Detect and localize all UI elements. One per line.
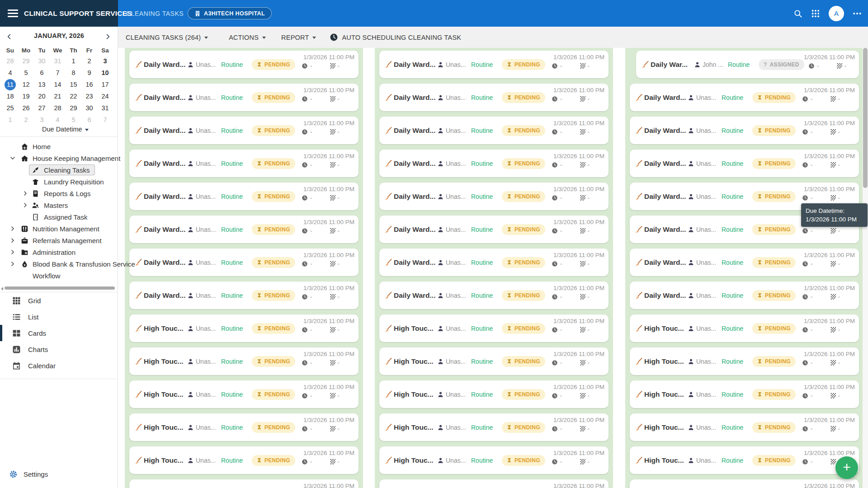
task-card[interactable]: Daily Ward...Unas...RoutinePENDING1/3/20…	[129, 216, 359, 243]
calendar-day[interactable]: 1	[66, 55, 81, 67]
calendar-day[interactable]: 6	[34, 67, 50, 79]
task-card[interactable]: High Touc...Unas...RoutinePENDING1/3/202…	[630, 314, 859, 342]
calendar-day[interactable]: 30	[34, 55, 50, 67]
calendar-day[interactable]: 9	[81, 67, 97, 79]
calendar-day[interactable]: 5	[18, 67, 34, 79]
task-card[interactable]: Daily Ward...Unas...RoutinePENDING1/3/20…	[379, 117, 609, 144]
sidebar-item-masters[interactable]: Masters	[0, 199, 118, 211]
calendar-day[interactable]: 31	[97, 102, 113, 114]
calendar-day[interactable]: 8	[66, 67, 81, 79]
calendar-day[interactable]: 31	[50, 55, 66, 67]
calendar-day[interactable]: 2	[18, 114, 34, 126]
calendar-day[interactable]: 7	[97, 114, 113, 126]
task-card[interactable]: Daily Ward...Unas...RoutinePENDING1/3/20…	[129, 249, 359, 276]
task-card[interactable]: Daily Ward...Unas...RoutinePENDING1/3/20…	[379, 51, 609, 78]
calendar-day[interactable]: 14	[50, 79, 66, 90]
chevron-right-icon[interactable]	[10, 249, 15, 255]
scroll-left-icon[interactable]	[1, 287, 3, 291]
horizontal-scrollbar-thumb[interactable]	[5, 286, 115, 290]
task-card[interactable]: High Touc...Unas...RoutinePENDING1/3/202…	[129, 479, 359, 488]
task-card[interactable]: High Touc...Unas...RoutinePENDING1/3/202…	[630, 479, 859, 488]
due-datetime-filter[interactable]: Due Datetime	[42, 126, 89, 133]
calendar-day[interactable]: 2	[81, 55, 97, 67]
task-card[interactable]: High Touc...Unas...RoutinePENDING1/3/202…	[129, 347, 359, 375]
view-item-cards[interactable]: Cards	[0, 325, 118, 341]
task-card[interactable]: Daily Ward...Unas...RoutinePENDING1/3/20…	[129, 183, 359, 210]
task-card[interactable]: Daily Ward...Unas...RoutinePENDING1/3/20…	[630, 84, 859, 111]
calendar-day[interactable]: 15	[66, 79, 81, 90]
hospital-badge[interactable]: A3HITECH HOSPITAL	[188, 7, 272, 19]
task-card[interactable]: Daily Ward...Unas...RoutinePENDING1/3/20…	[379, 216, 609, 243]
sidebar-item-assigned-task[interactable]: Assigned Task	[0, 211, 118, 223]
cleaning-tasks-dropdown[interactable]: CLEANING TASKS (264)	[126, 34, 208, 41]
task-card[interactable]: High Touc...Unas...RoutinePENDING1/3/202…	[379, 347, 609, 375]
auto-scheduling-button[interactable]: AUTO SCHEDULING CLEANING TASK	[342, 34, 461, 41]
calendar-day[interactable]: 24	[97, 90, 113, 102]
task-card[interactable]: Daily Ward...Unas...RoutinePENDING1/3/20…	[379, 84, 609, 111]
task-card[interactable]: Daily Ward...Unas...RoutinePENDING1/3/20…	[379, 183, 609, 210]
sidebar-item-laundry-requisition[interactable]: Laundry Requisition	[0, 176, 118, 188]
settings-button[interactable]: Settings	[0, 465, 118, 483]
chevron-right-icon[interactable]	[23, 202, 28, 208]
calendar-day[interactable]: 3	[97, 55, 113, 67]
calendar-day[interactable]: 25	[2, 102, 18, 114]
sidebar-item-workflow[interactable]: Workflow	[0, 270, 118, 282]
view-item-grid[interactable]: Grid	[0, 292, 118, 309]
sidebar-item-nutrition-management[interactable]: Nutrition Management	[0, 223, 118, 235]
task-card[interactable]: High Touc...Unas...RoutinePENDING1/3/202…	[630, 446, 859, 474]
task-card[interactable]: High Touc...Unas...RoutinePENDING1/3/202…	[379, 446, 609, 474]
task-card[interactable]: High Touc...Unas...RoutinePENDING1/3/202…	[379, 380, 609, 408]
chevron-right-icon[interactable]	[10, 226, 15, 231]
calendar-day[interactable]: 10	[97, 67, 113, 79]
task-card[interactable]: Daily War...John ...Routine?ASSIGNED1/3/…	[636, 51, 859, 78]
task-card[interactable]: High Touc...Unas...RoutinePENDING1/3/202…	[630, 347, 859, 375]
task-card[interactable]: High Touc...Unas...RoutinePENDING1/3/202…	[379, 314, 609, 342]
calendar-day[interactable]: 29	[18, 55, 34, 67]
view-item-calendar[interactable]: Calendar	[0, 357, 118, 374]
calendar-day[interactable]: 28	[50, 102, 66, 114]
more-icon[interactable]	[853, 9, 862, 18]
chevron-down-icon[interactable]	[10, 155, 15, 161]
calendar-day[interactable]: 4	[50, 114, 66, 126]
sidebar-item-referrals-management[interactable]: Referrals Management	[0, 235, 118, 246]
task-card[interactable]: High Touc...Unas...RoutinePENDING1/3/202…	[129, 380, 359, 408]
sidebar-item-reports-logs[interactable]: Reports & Logs	[0, 188, 118, 199]
calendar-day[interactable]: 11	[2, 79, 18, 90]
calendar-day[interactable]: 22	[66, 90, 81, 102]
calendar-day[interactable]: 26	[18, 102, 34, 114]
calendar-day[interactable]: 23	[81, 90, 97, 102]
chevron-right-icon[interactable]	[23, 191, 28, 196]
vertical-scrollbar-thumb[interactable]	[863, 48, 868, 188]
calendar-day[interactable]: 5	[66, 114, 81, 126]
menu-icon[interactable]	[8, 8, 18, 19]
calendar-day[interactable]: 30	[81, 102, 97, 114]
calendar-day[interactable]: 13	[34, 79, 50, 90]
task-card[interactable]: High Touc...Unas...RoutinePENDING1/3/202…	[630, 413, 859, 441]
calendar-day[interactable]: 4	[2, 67, 18, 79]
task-card[interactable]: High Touc...Unas...RoutinePENDING1/3/202…	[379, 413, 609, 441]
apps-grid-icon[interactable]	[811, 9, 820, 18]
calendar-day[interactable]: 27	[34, 102, 50, 114]
avatar[interactable]: A	[829, 6, 844, 21]
calendar-day[interactable]: 28	[2, 55, 18, 67]
task-card[interactable]: High Touc...Unas...RoutinePENDING1/3/202…	[129, 413, 359, 441]
calendar-day[interactable]: 29	[66, 102, 81, 114]
calendar-day[interactable]: 6	[81, 114, 97, 126]
calendar-day[interactable]: 1	[2, 114, 18, 126]
calendar-day[interactable]: 19	[18, 90, 34, 102]
calendar-day[interactable]: 18	[2, 90, 18, 102]
task-card[interactable]: Daily Ward...Unas...RoutinePENDING1/3/20…	[129, 117, 359, 144]
task-card[interactable]: Daily Ward...Unas...RoutinePENDING1/3/20…	[379, 150, 609, 177]
task-card[interactable]: Daily Ward...Unas...RoutinePENDING1/3/20…	[379, 249, 609, 276]
task-card[interactable]: High Touc...Unas...RoutinePENDING1/3/202…	[630, 380, 859, 408]
task-card[interactable]: Daily Ward...Unas...RoutinePENDING1/3/20…	[630, 282, 859, 309]
calendar-day[interactable]: 3	[34, 114, 50, 126]
calendar-day[interactable]: 17	[97, 79, 113, 90]
task-card[interactable]: Daily Ward...Unas...RoutinePENDING1/3/20…	[630, 117, 859, 144]
task-card[interactable]: Daily Ward...Unas...RoutinePENDING1/3/20…	[630, 150, 859, 177]
task-card[interactable]: High Touc...Unas...RoutinePENDING1/3/202…	[379, 479, 609, 488]
task-card[interactable]: Daily Ward...Unas...RoutinePENDING1/3/20…	[129, 150, 359, 177]
add-task-button[interactable]: +	[835, 456, 858, 479]
horizontal-scrollbar[interactable]	[0, 286, 118, 291]
calendar-next-button[interactable]	[105, 33, 111, 40]
